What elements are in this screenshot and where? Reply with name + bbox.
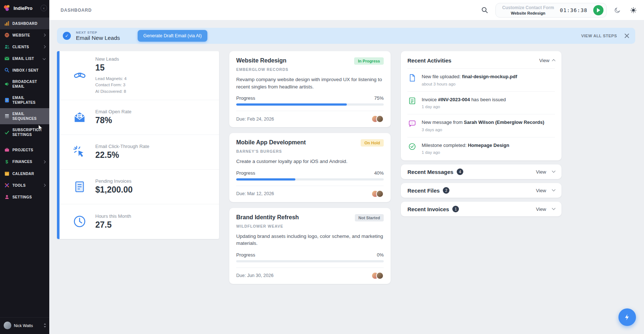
active-timer-card: Customize Contact Form Website Redesign … — [495, 3, 607, 18]
project-header: Mobile App Development On Hold — [236, 139, 384, 147]
chevron-down-icon[interactable] — [552, 187, 556, 191]
sidebar-item-label: EMAIL TEMPLATES — [12, 95, 46, 105]
sidebar-item-email-sequences[interactable]: EMAIL SEQUENCES — [0, 108, 49, 124]
dark-mode-button[interactable] — [612, 5, 623, 16]
project-card-website-redesign[interactable]: Website Redesign In Progress EMBERGLOW R… — [229, 51, 391, 127]
sidebar-item-email-list[interactable]: EMAIL LIST — [0, 53, 49, 64]
app-logo-icon — [3, 4, 11, 12]
handshake-icon — [68, 68, 91, 83]
clock-icon — [68, 215, 91, 228]
project-title: Mobile App Development — [236, 139, 306, 146]
activity-body: New file uploaded: final-design-mockup.p… — [422, 73, 517, 86]
sidebar-item-projects[interactable]: PROJECTS — [0, 144, 49, 156]
view-messages-link[interactable]: View — [536, 169, 546, 175]
next-step-label: NEXT STEP — [76, 30, 120, 34]
recent-invoices-section[interactable]: Recent Invoices 1 View — [401, 202, 561, 216]
sidebar-item-subscription-settings[interactable]: SUBSCRIPTION SETTINGS — [0, 124, 49, 140]
projects-list: Website Redesign In Progress EMBERGLOW R… — [229, 51, 391, 284]
sidebar-item-tools[interactable]: TOOLS — [0, 179, 49, 191]
sidebar-item-clients[interactable]: CLIENTS — [0, 41, 49, 53]
project-title: Brand Identity Refresh — [236, 214, 299, 221]
search-icon — [4, 68, 9, 73]
stat-hours-this-month: Hours this Month 27.5 — [60, 204, 219, 239]
sidebar-item-label: DASHBOARD — [12, 21, 46, 26]
sidebar-item-label: EMAIL LIST — [12, 56, 40, 61]
sidebar-item-calendar[interactable]: CALENDAR — [0, 168, 49, 179]
next-step-title: Email New Leads — [76, 35, 120, 41]
sidebar-item-website[interactable]: WEBSITE — [0, 29, 49, 41]
activity-item[interactable]: Milestone completed: Homepage Design 1 d… — [407, 137, 555, 160]
quick-action-fab[interactable] — [618, 308, 636, 326]
stat-value: 27.5 — [95, 220, 212, 230]
topbar: DASHBOARD Customize Contact Form Website… — [49, 0, 644, 20]
recent-files-section[interactable]: Recent Files 2 View — [401, 183, 561, 198]
generate-draft-email-button[interactable]: Generate Draft Email (via AI) — [138, 30, 208, 42]
light-mode-button[interactable] — [628, 5, 639, 16]
chevron-down-icon[interactable] — [552, 206, 556, 210]
avatar — [376, 272, 384, 280]
sidebar-item-label: BROADCAST EMAIL — [12, 79, 46, 89]
activity-time: about 3 hours ago — [422, 82, 517, 86]
view-invoices-link[interactable]: View — [536, 206, 546, 212]
team-avatars — [371, 115, 384, 123]
activity-item[interactable]: Invoice #INV-2023-004 has been issued 1 … — [407, 91, 555, 114]
activity-time: 1 day ago — [422, 150, 509, 155]
sidebar-item-inbox-sent[interactable]: INBOX / SENT — [0, 64, 49, 76]
timer-play-button[interactable] — [593, 5, 603, 15]
sidebar-item-label: EMAIL SEQUENCES — [12, 111, 46, 121]
project-description: Updating brand assets including logo, co… — [236, 233, 384, 247]
sidebar-item-email-templates[interactable]: EMAIL TEMPLATES — [0, 92, 49, 108]
due-date: Due: Mar 12, 2026 — [236, 191, 274, 196]
tools-icon — [4, 183, 9, 188]
stat-value: $1,200.00 — [95, 185, 212, 195]
stat-details: Lead Magnets: 4 Contact Form: 3 AI Disco… — [95, 76, 212, 95]
progress-bar — [236, 103, 384, 106]
project-card-mobile-app-development[interactable]: Mobile App Development On Hold BARNEY'S … — [229, 133, 391, 202]
sidebar-item-label: FINANCES — [12, 159, 40, 164]
section-title: Recent Activities — [407, 57, 539, 64]
status-badge: In Progress — [354, 57, 384, 65]
timer-project-name: Website Redesign — [502, 11, 554, 15]
recent-messages-section[interactable]: Recent Messages 4 View — [401, 164, 561, 179]
close-banner-button[interactable] — [624, 33, 629, 38]
search-button[interactable] — [479, 5, 490, 16]
chevron-up-icon[interactable] — [552, 59, 556, 63]
sidebar-item-finances[interactable]: $ FINANCES — [0, 156, 49, 168]
view-all-steps-link[interactable]: VIEW ALL STEPS — [581, 34, 617, 38]
view-files-link[interactable]: View — [536, 188, 546, 193]
sort-chevrons-icon — [43, 323, 46, 328]
progress-row: Progress 40% — [236, 170, 384, 176]
activity-body: New message from Sarah Wilson (Emberglow… — [422, 119, 544, 132]
megaphone-icon — [4, 81, 9, 87]
stat-detail: AI Discovered: 8 — [95, 88, 212, 95]
progress-bar — [236, 260, 384, 262]
timer-value: 01:36:38 — [560, 7, 587, 13]
stat-label: Pending Invoices — [95, 178, 212, 184]
count-badge: 1 — [452, 206, 459, 212]
section-title: Recent Messages — [407, 169, 453, 175]
moon-icon — [614, 7, 621, 14]
timer-task-name: Customize Contact Form — [502, 5, 554, 10]
sidebar-item-broadcast-email[interactable]: BROADCAST EMAIL — [0, 76, 49, 92]
view-activities-link[interactable]: View — [539, 58, 549, 63]
sidebar-nav: DASHBOARD WEBSITE CLIENTS EMAIL LIST INB… — [0, 16, 49, 317]
project-footer: Due: Jun 30, 2026 — [236, 267, 384, 284]
sidebar-item-dashboard[interactable]: DASHBOARD — [0, 18, 49, 29]
chevron-down-icon — [43, 57, 46, 60]
sidebar-item-label: CLIENTS — [12, 45, 40, 49]
stat-new-leads: New Leads 15 Lead Magnets: 4 Contact For… — [60, 51, 219, 100]
stat-pending-invoices: Pending Invoices $1,200.00 — [60, 170, 219, 204]
project-footer: Due: Mar 12, 2026 — [236, 186, 384, 202]
sidebar-item-settings[interactable]: SETTINGS — [0, 191, 49, 203]
milestone-check-icon — [407, 142, 417, 155]
user-name: Nick Watts — [14, 323, 41, 328]
stat-label: Email Open Rate — [95, 109, 212, 114]
chevron-down-icon[interactable] — [552, 169, 556, 172]
project-card-brand-identity-refresh[interactable]: Brand Identity Refresh Not Started WILDF… — [229, 208, 391, 284]
user-menu[interactable]: Nick Watts — [0, 317, 49, 334]
sidebar-collapse-button[interactable]: ‹ — [41, 5, 47, 11]
activity-item[interactable]: New message from Sarah Wilson (Emberglow… — [407, 114, 555, 137]
calendar-icon — [4, 171, 9, 176]
person-icon — [4, 194, 9, 200]
activity-item[interactable]: New file uploaded: final-design-mockup.p… — [407, 68, 555, 91]
